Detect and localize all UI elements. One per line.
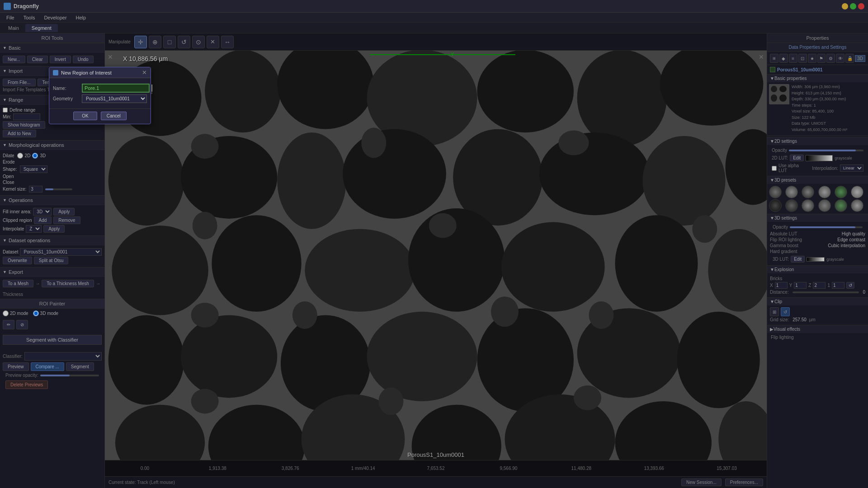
interpolation-select[interactable]: Linear [840, 164, 863, 172]
chart-icon[interactable]: ≡ [789, 54, 797, 63]
tool-move[interactable]: ⊕ [149, 36, 161, 48]
preset-9[interactable] [802, 199, 814, 212]
to-mesh-button[interactable]: To a Mesh [3, 280, 33, 287]
dialog-color-picker[interactable] [151, 84, 152, 92]
preview-opacity-slider[interactable] [40, 375, 99, 376]
table-icon[interactable]: ⊡ [798, 54, 807, 63]
tool-crosshair[interactable]: ✛ [134, 36, 147, 48]
overwrite-button[interactable]: Overwrite [3, 257, 32, 264]
interp-apply-button[interactable]: Apply [43, 225, 65, 233]
star-icon[interactable]: ★ [808, 54, 816, 63]
fill-inner-select[interactable]: 3D [33, 208, 52, 216]
preview-button[interactable]: Preview [3, 362, 29, 371]
undo-button[interactable]: Undo [73, 56, 94, 63]
dialog-geometry-select[interactable]: PorousS1_10um0001 [82, 94, 147, 103]
tool-flip[interactable]: ↔ [221, 36, 234, 48]
from-file-button[interactable]: From File... [3, 79, 36, 86]
painter-eraser-button[interactable]: ⊘ [16, 320, 28, 329]
menu-file[interactable]: File [2, 14, 19, 21]
3d-presets-header[interactable]: ▼ 3D presets [767, 176, 868, 184]
3d-lut-edit-button[interactable]: Edit [791, 256, 805, 263]
brick-z-input[interactable] [813, 282, 826, 289]
delete-previews-button[interactable]: Delete Previews [5, 380, 48, 389]
settings-icon[interactable]: ⚙ [826, 54, 835, 63]
3d-toggle[interactable]: 3D [855, 55, 865, 62]
clip-icon-2[interactable]: ↺ [781, 307, 790, 316]
clip-icon-1[interactable]: ⊞ [770, 307, 779, 316]
dialog-close-button[interactable]: ✕ [142, 69, 147, 76]
preset-3[interactable] [802, 186, 814, 198]
tab-segment[interactable]: Segment [25, 24, 58, 32]
shape-select[interactable]: Square [20, 165, 47, 173]
vp-close-right[interactable]: ✕ [759, 53, 764, 61]
section-operations[interactable]: ▼ Operations [0, 195, 104, 205]
tool-cross-x[interactable]: ✕ [207, 36, 219, 48]
section-export[interactable]: ▼ Export [0, 267, 104, 277]
2d-settings-header[interactable]: ▼ 2D settings [767, 137, 868, 145]
explosion-refresh[interactable]: ↺ [846, 282, 854, 289]
section-dataset[interactable]: ▼ Dataset operations [0, 235, 104, 245]
3d-opacity-slider[interactable] [790, 226, 863, 228]
fill-apply-button[interactable]: Apply [53, 208, 75, 216]
explosion-header[interactable]: ▼ Explosion [767, 265, 868, 273]
dilate-2d[interactable] [17, 153, 23, 159]
mode-2d-radio[interactable]: 2D mode [3, 310, 28, 316]
clip-header[interactable]: ▼ Clip [767, 297, 868, 305]
vp-close-left[interactable]: ✕ [108, 53, 113, 61]
alpha-lut-checkbox[interactable] [772, 166, 777, 171]
brick-x-input[interactable] [775, 282, 788, 289]
new-button[interactable]: New... [3, 56, 25, 63]
mode-3d-radio[interactable]: 3D mode [33, 310, 59, 316]
painter-pencil-button[interactable]: ✏ [3, 320, 14, 329]
preset-8[interactable] [785, 199, 798, 212]
preset-1[interactable] [769, 186, 782, 198]
distance-slider[interactable] [793, 291, 859, 293]
tool-rotate[interactable]: ↺ [178, 36, 190, 48]
flag-icon[interactable]: ⚑ [817, 54, 826, 63]
menu-tools[interactable]: Tools [19, 14, 40, 21]
preferences-button[interactable]: Preferences... [725, 479, 763, 486]
define-range-checkbox[interactable] [3, 108, 8, 113]
mode-3d-input[interactable] [33, 310, 39, 316]
preset-7[interactable] [769, 199, 782, 212]
kernel-input[interactable] [29, 186, 42, 192]
cube-icon[interactable]: ◆ [779, 54, 788, 63]
dialog-ok-button[interactable]: OK [73, 112, 97, 120]
brick-extra1-input[interactable] [832, 282, 844, 289]
invert-button[interactable]: Invert [50, 56, 71, 63]
basic-properties-header[interactable]: ▼ Basic properties [767, 74, 868, 82]
preset-2[interactable] [785, 186, 798, 198]
add-button[interactable]: Add [34, 216, 52, 224]
eye-icon[interactable]: 👁 [836, 54, 844, 63]
preset-10[interactable] [818, 199, 831, 212]
menu-developer[interactable]: Developer [39, 14, 71, 21]
close-button[interactable] [858, 3, 864, 9]
section-basic[interactable]: ▼ Basic [0, 43, 104, 53]
classifier-select[interactable] [24, 352, 102, 361]
dataset-select[interactable]: PorousS1_10um0001 [20, 248, 102, 256]
split-button[interactable]: Split at Otsu [34, 257, 68, 264]
dialog-cancel-button[interactable]: Cancel [101, 112, 127, 120]
segment-button[interactable]: Segment [66, 362, 94, 371]
compare-button[interactable]: Compare ... [31, 362, 64, 371]
kernel-slider[interactable] [45, 188, 72, 190]
lut-edit-button[interactable]: Edit [790, 155, 804, 161]
preset-5[interactable] [835, 186, 847, 198]
clear-button[interactable]: Clear [27, 56, 48, 63]
3d-settings-header[interactable]: ▼ 3D settings [767, 214, 868, 222]
tool-select-rect[interactable]: □ [163, 36, 176, 48]
preset-6[interactable] [851, 186, 863, 198]
interpolate-select[interactable]: Z [26, 225, 42, 233]
dialog-name-input[interactable] [82, 84, 150, 93]
mode-2d-input[interactable] [3, 310, 9, 316]
segment-classifier-button[interactable]: Segment with Classifier [3, 335, 102, 345]
grid-icon[interactable]: ⊞ [770, 54, 778, 63]
lock-icon[interactable]: 🔒 [845, 54, 854, 63]
to-thickness-button[interactable]: To a Thickness Mesh [42, 280, 94, 287]
minimize-button[interactable] [842, 3, 848, 9]
tool-zoom-circle[interactable]: ⊙ [192, 36, 205, 48]
section-morphological[interactable]: ▼ Morphological operations [0, 140, 104, 150]
new-session-button[interactable]: New Session... [681, 479, 722, 486]
preset-12[interactable] [851, 199, 863, 212]
preset-11[interactable] [835, 199, 847, 212]
